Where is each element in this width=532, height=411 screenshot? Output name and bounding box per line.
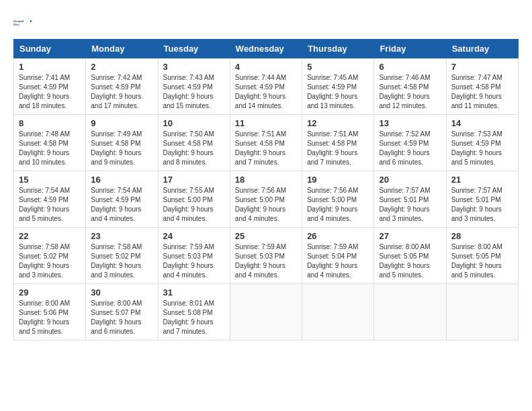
day-number: 2 (91, 62, 152, 72)
calendar-cell: 19Sunrise: 7:56 AMSunset: 5:00 PMDayligh… (302, 171, 374, 228)
logo: General Blue (13, 13, 32, 32)
day-info: Sunrise: 7:59 AMSunset: 5:03 PMDaylight:… (235, 242, 297, 280)
day-number: 29 (19, 287, 81, 298)
day-number: 17 (163, 175, 225, 185)
calendar-cell (302, 284, 374, 340)
calendar-cell: 14Sunrise: 7:53 AMSunset: 4:59 PMDayligh… (446, 115, 518, 171)
day-info: Sunrise: 7:59 AMSunset: 5:04 PMDaylight:… (307, 242, 369, 280)
calendar-cell: 17Sunrise: 7:55 AMSunset: 5:00 PMDayligh… (158, 171, 230, 228)
day-number: 1 (19, 62, 81, 72)
calendar-cell: 27Sunrise: 8:00 AMSunset: 5:05 PMDayligh… (374, 228, 446, 284)
day-number: 12 (307, 118, 369, 128)
weekday-header-sunday: Sunday (14, 40, 86, 58)
day-number: 7 (451, 62, 513, 72)
day-number: 25 (235, 231, 297, 241)
day-info: Sunrise: 7:48 AMSunset: 4:58 PMDaylight:… (19, 130, 81, 167)
weekday-header-wednesday: Wednesday (230, 40, 302, 58)
day-info: Sunrise: 7:58 AMSunset: 5:02 PMDaylight:… (19, 242, 81, 280)
calendar-cell: 23Sunrise: 7:58 AMSunset: 5:02 PMDayligh… (86, 228, 158, 284)
calendar-cell: 1Sunrise: 7:41 AMSunset: 4:59 PMDaylight… (14, 58, 86, 115)
day-number: 15 (19, 175, 81, 185)
day-number: 3 (163, 62, 225, 72)
calendar-cell: 4Sunrise: 7:44 AMSunset: 4:59 PMDaylight… (230, 58, 302, 115)
weekday-header-thursday: Thursday (302, 40, 374, 58)
calendar-cell: 12Sunrise: 7:51 AMSunset: 4:58 PMDayligh… (302, 115, 374, 171)
day-number: 19 (307, 175, 369, 185)
day-info: Sunrise: 7:51 AMSunset: 4:58 PMDaylight:… (307, 130, 369, 167)
weekday-header-tuesday: Tuesday (158, 40, 230, 58)
calendar-cell: 25Sunrise: 7:59 AMSunset: 5:03 PMDayligh… (230, 228, 302, 284)
day-info: Sunrise: 7:43 AMSunset: 4:59 PMDaylight:… (163, 73, 225, 111)
day-number: 23 (91, 231, 152, 241)
day-info: Sunrise: 7:46 AMSunset: 4:58 PMDaylight:… (379, 73, 441, 111)
day-number: 20 (379, 175, 441, 185)
day-number: 10 (163, 118, 225, 128)
day-number: 21 (451, 175, 513, 185)
day-info: Sunrise: 7:51 AMSunset: 4:58 PMDaylight:… (235, 130, 297, 167)
calendar-cell: 6Sunrise: 7:46 AMSunset: 4:58 PMDaylight… (374, 58, 446, 115)
day-info: Sunrise: 7:56 AMSunset: 5:00 PMDaylight:… (235, 186, 297, 224)
calendar-cell: 8Sunrise: 7:48 AMSunset: 4:58 PMDaylight… (14, 115, 86, 171)
day-number: 14 (451, 118, 513, 128)
day-info: Sunrise: 8:00 AMSunset: 5:06 PMDaylight:… (19, 299, 81, 336)
day-number: 9 (91, 118, 152, 128)
day-number: 28 (451, 231, 513, 241)
day-number: 22 (19, 231, 81, 241)
day-number: 11 (235, 118, 297, 128)
day-info: Sunrise: 8:00 AMSunset: 5:07 PMDaylight:… (91, 299, 152, 336)
day-info: Sunrise: 8:00 AMSunset: 5:05 PMDaylight:… (451, 242, 513, 280)
calendar-cell: 30Sunrise: 8:00 AMSunset: 5:07 PMDayligh… (86, 284, 158, 340)
day-info: Sunrise: 7:53 AMSunset: 4:59 PMDaylight:… (451, 130, 513, 167)
calendar-cell: 29Sunrise: 8:00 AMSunset: 5:06 PMDayligh… (14, 284, 86, 340)
day-info: Sunrise: 7:45 AMSunset: 4:59 PMDaylight:… (307, 73, 369, 111)
calendar-cell: 20Sunrise: 7:57 AMSunset: 5:01 PMDayligh… (374, 171, 446, 228)
calendar-cell: 10Sunrise: 7:50 AMSunset: 4:58 PMDayligh… (158, 115, 230, 171)
calendar-cell: 2Sunrise: 7:42 AMSunset: 4:59 PMDaylight… (86, 58, 158, 115)
day-info: Sunrise: 7:59 AMSunset: 5:03 PMDaylight:… (163, 242, 225, 280)
calendar-row: 8Sunrise: 7:48 AMSunset: 4:58 PMDaylight… (14, 115, 519, 171)
calendar-cell: 26Sunrise: 7:59 AMSunset: 5:04 PMDayligh… (302, 228, 374, 284)
day-number: 30 (91, 287, 152, 298)
day-number: 4 (235, 62, 297, 72)
calendar-cell: 3Sunrise: 7:43 AMSunset: 4:59 PMDaylight… (158, 58, 230, 115)
svg-text:Blue: Blue (13, 23, 19, 26)
day-info: Sunrise: 7:44 AMSunset: 4:59 PMDaylight:… (235, 73, 297, 111)
calendar-cell: 22Sunrise: 7:58 AMSunset: 5:02 PMDayligh… (14, 228, 86, 284)
day-info: Sunrise: 7:41 AMSunset: 4:59 PMDaylight:… (19, 73, 81, 111)
day-info: Sunrise: 7:57 AMSunset: 5:01 PMDaylight:… (451, 186, 513, 224)
calendar-cell: 9Sunrise: 7:49 AMSunset: 4:58 PMDaylight… (86, 115, 158, 171)
day-info: Sunrise: 7:55 AMSunset: 5:00 PMDaylight:… (163, 186, 225, 224)
day-info: Sunrise: 7:47 AMSunset: 4:58 PMDaylight:… (451, 73, 513, 111)
calendar-cell: 24Sunrise: 7:59 AMSunset: 5:03 PMDayligh… (158, 228, 230, 284)
calendar-row: 1Sunrise: 7:41 AMSunset: 4:59 PMDaylight… (14, 58, 519, 115)
day-info: Sunrise: 7:52 AMSunset: 4:59 PMDaylight:… (379, 130, 441, 167)
day-number: 27 (379, 231, 441, 241)
calendar-cell: 31Sunrise: 8:01 AMSunset: 5:08 PMDayligh… (158, 284, 230, 340)
calendar-row: 15Sunrise: 7:54 AMSunset: 4:59 PMDayligh… (14, 171, 519, 228)
day-number: 6 (379, 62, 441, 72)
day-info: Sunrise: 7:56 AMSunset: 5:00 PMDaylight:… (307, 186, 369, 224)
day-info: Sunrise: 7:58 AMSunset: 5:02 PMDaylight:… (91, 242, 152, 280)
calendar-row: 29Sunrise: 8:00 AMSunset: 5:06 PMDayligh… (14, 284, 519, 340)
weekday-header-row: SundayMondayTuesdayWednesdayThursdayFrid… (14, 40, 519, 58)
calendar-cell: 13Sunrise: 7:52 AMSunset: 4:59 PMDayligh… (374, 115, 446, 171)
day-info: Sunrise: 7:42 AMSunset: 4:59 PMDaylight:… (91, 73, 152, 111)
svg-marker-2 (30, 20, 32, 23)
calendar-cell: 5Sunrise: 7:45 AMSunset: 4:59 PMDaylight… (302, 58, 374, 115)
calendar-cell: 21Sunrise: 7:57 AMSunset: 5:01 PMDayligh… (446, 171, 518, 228)
day-info: Sunrise: 7:57 AMSunset: 5:01 PMDaylight:… (379, 186, 441, 224)
day-info: Sunrise: 7:54 AMSunset: 4:59 PMDaylight:… (91, 186, 152, 224)
day-number: 8 (19, 118, 81, 128)
day-info: Sunrise: 7:49 AMSunset: 4:58 PMDaylight:… (91, 130, 152, 167)
calendar-cell (374, 284, 446, 340)
calendar-table: SundayMondayTuesdayWednesdayThursdayFrid… (13, 39, 519, 340)
weekday-header-monday: Monday (86, 40, 158, 58)
calendar-cell: 15Sunrise: 7:54 AMSunset: 4:59 PMDayligh… (14, 171, 86, 228)
day-info: Sunrise: 7:54 AMSunset: 4:59 PMDaylight:… (19, 186, 81, 224)
day-number: 18 (235, 175, 297, 185)
calendar-cell (230, 284, 302, 340)
weekday-header-friday: Friday (374, 40, 446, 58)
calendar-cell: 16Sunrise: 7:54 AMSunset: 4:59 PMDayligh… (86, 171, 158, 228)
day-number: 13 (379, 118, 441, 128)
day-number: 5 (307, 62, 369, 72)
